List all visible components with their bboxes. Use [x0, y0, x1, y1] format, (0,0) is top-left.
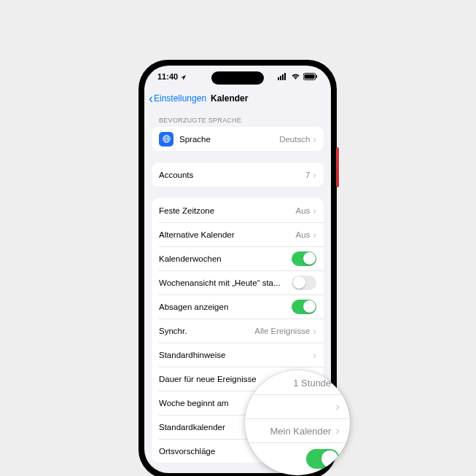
mag-row-default-calendar: Mein Kalender › — [245, 419, 350, 443]
svg-rect-6 — [316, 75, 318, 78]
row-language[interactable]: Sprache Deutsch › — [152, 127, 324, 151]
toggle-week-numbers[interactable] — [292, 251, 316, 266]
row-label: Alternative Kalender — [159, 230, 292, 239]
row-show-declines: Absagen anzeigen — [152, 294, 324, 319]
row-accounts[interactable]: Accounts 7 › — [152, 163, 324, 187]
wifi-icon — [291, 73, 300, 80]
row-label: Accounts — [159, 171, 301, 179]
chevron-right-icon: › — [313, 169, 316, 181]
chevron-right-icon: › — [313, 229, 316, 241]
mag-row-week-start: › — [245, 395, 350, 419]
chevron-right-icon: › — [335, 399, 340, 414]
svg-rect-0 — [278, 77, 279, 80]
chevron-right-icon: › — [335, 424, 340, 438]
row-fixed-timezone[interactable]: Feste Zeitzone Aus › — [152, 198, 324, 222]
svg-rect-3 — [284, 73, 286, 80]
mag-value: Mein Kalender — [270, 426, 332, 437]
side-button — [336, 147, 339, 187]
row-default-alerts[interactable]: Standardhinweise › — [152, 343, 324, 367]
group-accounts: Accounts 7 › — [152, 163, 324, 187]
globe-icon — [159, 132, 173, 147]
row-week-numbers: Kalenderwochen — [152, 246, 324, 270]
back-label: Einstellungen — [154, 93, 206, 104]
mag-value: 1 Stunde — [293, 378, 331, 389]
row-value: Aus — [296, 230, 311, 239]
nav-bar: ‹ Einstellungen Kalender — [144, 87, 331, 109]
status-right — [278, 73, 318, 80]
row-sync[interactable]: Synchr. Alle Ereignisse › — [152, 319, 324, 343]
row-label: Standardkalender — [159, 423, 251, 432]
chevron-right-icon: › — [313, 205, 316, 216]
status-time: 11:40 — [157, 72, 178, 81]
chevron-right-icon: › — [313, 349, 316, 361]
row-value: Alle Ereignisse — [254, 327, 310, 335]
row-value: 7 — [305, 171, 310, 179]
svg-rect-2 — [282, 74, 284, 80]
page-title: Kalender — [211, 93, 248, 104]
toggle-week-today[interactable] — [292, 276, 316, 290]
toggle-show-declines[interactable] — [292, 300, 316, 314]
toggle-location-suggestions-zoom[interactable] — [306, 449, 340, 469]
chevron-left-icon: ‹ — [149, 92, 153, 105]
back-button[interactable]: ‹ Einstellungen — [149, 92, 206, 105]
group-language: Sprache Deutsch › — [152, 127, 324, 151]
dynamic-island — [211, 71, 264, 85]
row-label: Dauer für neue Ereignisse — [159, 375, 272, 383]
magnifier-overlay: 1 Stunde › › Mein Kalender › — [245, 370, 350, 475]
chevron-right-icon: › — [313, 133, 316, 145]
row-label: Feste Zeitzone — [159, 206, 292, 215]
row-week-today: Wochenansicht mit „Heute“ sta... — [152, 270, 324, 294]
row-label: Standardhinweise — [159, 351, 310, 359]
svg-rect-1 — [280, 76, 281, 80]
signal-icon — [278, 73, 288, 80]
row-label: Kalenderwochen — [159, 254, 287, 263]
row-label: Sprache — [179, 135, 275, 144]
row-value: Aus — [296, 206, 311, 215]
row-value: Deutsch — [279, 135, 310, 144]
location-icon — [180, 74, 187, 80]
row-label: Wochenansicht mit „Heute“ sta... — [159, 278, 287, 287]
chevron-right-icon: › — [313, 325, 316, 337]
section-header-language: BEVORZUGTE SPRACHE — [152, 109, 324, 127]
row-alternative-calendars[interactable]: Alternative Kalender Aus › — [152, 222, 324, 246]
battery-icon — [303, 73, 318, 80]
svg-rect-5 — [305, 74, 315, 79]
row-label: Absagen anzeigen — [159, 303, 287, 311]
row-label: Synchr. — [159, 327, 250, 335]
